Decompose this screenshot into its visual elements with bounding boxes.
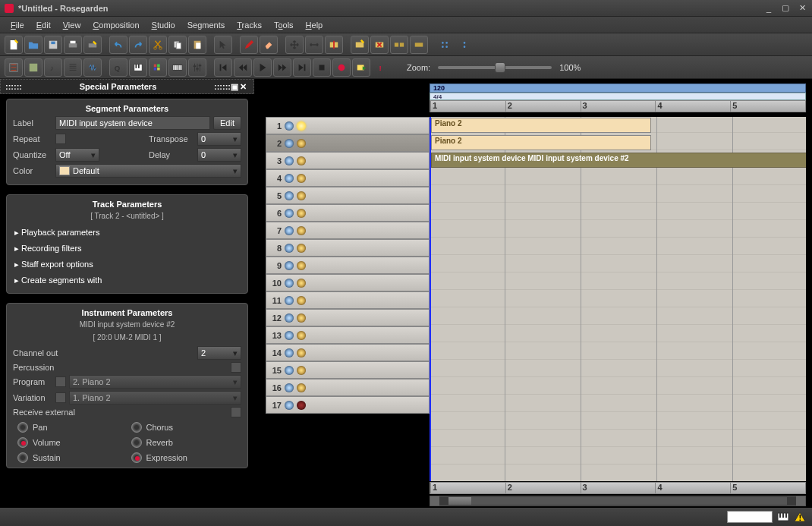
- view-drum-icon[interactable]: [24, 58, 42, 77]
- mute-led-icon[interactable]: [285, 366, 294, 375]
- record-led-icon[interactable]: [297, 383, 306, 392]
- mute-led-icon[interactable]: [285, 401, 294, 410]
- view-audio-icon[interactable]: [83, 58, 102, 77]
- maximize-button[interactable]: ▢: [780, 3, 791, 14]
- pan-knob[interactable]: [17, 422, 28, 433]
- program-checkbox[interactable]: [55, 376, 66, 387]
- resize-tool-icon[interactable]: [305, 36, 323, 54]
- program-select[interactable]: 2. Piano 2▾: [69, 375, 241, 389]
- horizontal-scrollbar[interactable]: [430, 496, 806, 506]
- record-led-icon[interactable]: [297, 279, 306, 288]
- create-segments-expander[interactable]: Create segments with: [13, 272, 241, 288]
- segment-piano-1[interactable]: Piano 2: [431, 118, 651, 133]
- fast-forward-icon[interactable]: [273, 58, 291, 77]
- record-led-icon[interactable]: [297, 156, 306, 165]
- collapse-icon[interactable]: ▣: [231, 82, 240, 91]
- rewind-start-icon[interactable]: [214, 58, 232, 77]
- record-led-icon[interactable]: [297, 121, 306, 131]
- rewind-icon[interactable]: [234, 58, 252, 77]
- mute-led-icon[interactable]: [285, 209, 294, 218]
- track-row[interactable]: 2: [266, 134, 430, 152]
- piano-icon[interactable]: [129, 58, 147, 77]
- menu-composition[interactable]: Composition: [88, 19, 143, 31]
- track-row[interactable]: 14: [266, 344, 430, 361]
- menu-tools[interactable]: Tools: [269, 19, 298, 31]
- chorus-knob[interactable]: [131, 422, 142, 433]
- warning-icon[interactable]: !: [794, 511, 806, 523]
- move-tool-icon[interactable]: [285, 36, 304, 54]
- sliders-icon[interactable]: [188, 58, 206, 77]
- channel-select[interactable]: 2▾: [197, 346, 241, 360]
- zoom-slider[interactable]: [438, 66, 552, 69]
- mute-led-icon[interactable]: [285, 383, 294, 392]
- recording-filters-expander[interactable]: Recording filters: [13, 241, 241, 257]
- save-icon[interactable]: [44, 36, 62, 54]
- track-row[interactable]: 12: [266, 309, 430, 326]
- track-row[interactable]: 10: [266, 274, 430, 291]
- erase-tool-icon[interactable]: [260, 36, 278, 54]
- new-file-icon[interactable]: [5, 36, 23, 54]
- split-tool-icon[interactable]: [325, 36, 343, 54]
- join2-icon[interactable]: [410, 36, 428, 54]
- playback-params-expander[interactable]: Playback parameters: [13, 225, 241, 241]
- track-row[interactable]: 17: [266, 396, 430, 414]
- minimize-button[interactable]: _: [763, 3, 774, 14]
- color-select[interactable]: Default ▾: [55, 164, 241, 178]
- record-icon[interactable]: [332, 58, 351, 77]
- bar-ruler-top[interactable]: 1 2 3 4 5: [430, 100, 806, 112]
- playhead[interactable]: [430, 117, 431, 481]
- dots1-icon[interactable]: [436, 36, 454, 54]
- mute-led-icon[interactable]: [285, 121, 294, 131]
- print-preview-icon[interactable]: [83, 36, 102, 54]
- view-matrix-icon[interactable]: [5, 58, 23, 77]
- view-notation-icon[interactable]: ♪: [44, 58, 62, 77]
- delay-select[interactable]: 0▾: [197, 148, 241, 162]
- segment-midi[interactable]: MIDI input system device MIDI input syst…: [431, 153, 806, 168]
- delete-icon[interactable]: [370, 36, 389, 54]
- add-tempo-icon[interactable]: [351, 36, 369, 54]
- track-row[interactable]: 11: [266, 291, 430, 309]
- track-row[interactable]: 15: [266, 361, 430, 379]
- track-row[interactable]: 16: [266, 379, 430, 396]
- record-led-icon[interactable]: [297, 401, 306, 410]
- panel-close-icon[interactable]: ✕: [240, 82, 249, 91]
- mute-led-icon[interactable]: [285, 244, 294, 253]
- record-led-icon[interactable]: [297, 191, 306, 200]
- stop-icon[interactable]: [313, 58, 331, 77]
- redo-icon[interactable]: [129, 36, 147, 54]
- variation-checkbox[interactable]: [55, 392, 66, 403]
- transpose-select[interactable]: 0▾: [197, 132, 241, 146]
- record-led-icon[interactable]: [297, 209, 306, 218]
- volume-knob[interactable]: [17, 437, 28, 448]
- undo-icon[interactable]: [109, 36, 127, 54]
- track-row[interactable]: 9: [266, 257, 430, 274]
- open-file-icon[interactable]: [24, 36, 42, 54]
- segment-piano-2[interactable]: Piano 2: [431, 135, 651, 150]
- scroll-left-icon[interactable]: [430, 496, 439, 506]
- keyboard-icon[interactable]: [168, 58, 187, 77]
- record-led-icon[interactable]: [297, 313, 306, 323]
- mute-led-icon[interactable]: [285, 156, 294, 165]
- close-button[interactable]: ✕: [797, 3, 807, 14]
- track-row[interactable]: 13: [266, 326, 430, 344]
- record-led-icon[interactable]: [297, 261, 306, 270]
- receive-checkbox[interactable]: [231, 407, 241, 417]
- forward-end-icon[interactable]: [293, 58, 311, 77]
- loop-toggle-icon[interactable]: [352, 58, 370, 77]
- record-led-icon[interactable]: [297, 348, 306, 357]
- record-led-icon[interactable]: [297, 331, 306, 340]
- menu-studio[interactable]: Studio: [147, 19, 180, 31]
- record-led-icon[interactable]: [297, 244, 306, 253]
- sustain-knob[interactable]: [17, 452, 28, 463]
- mute-led-icon[interactable]: [285, 296, 294, 305]
- mute-led-icon[interactable]: [285, 331, 294, 340]
- segment-canvas[interactable]: Piano 2 Piano 2 MIDI input system device…: [430, 117, 806, 481]
- join-icon[interactable]: [390, 36, 408, 54]
- percussion-checkbox[interactable]: [231, 362, 241, 373]
- mute-led-icon[interactable]: [285, 313, 294, 323]
- copy-icon[interactable]: [168, 36, 187, 54]
- variation-select[interactable]: 1. Piano 2▾: [69, 391, 241, 405]
- mute-led-icon[interactable]: [285, 279, 294, 288]
- track-row[interactable]: 3: [266, 152, 430, 169]
- scroll-right-icon[interactable]: [796, 496, 805, 506]
